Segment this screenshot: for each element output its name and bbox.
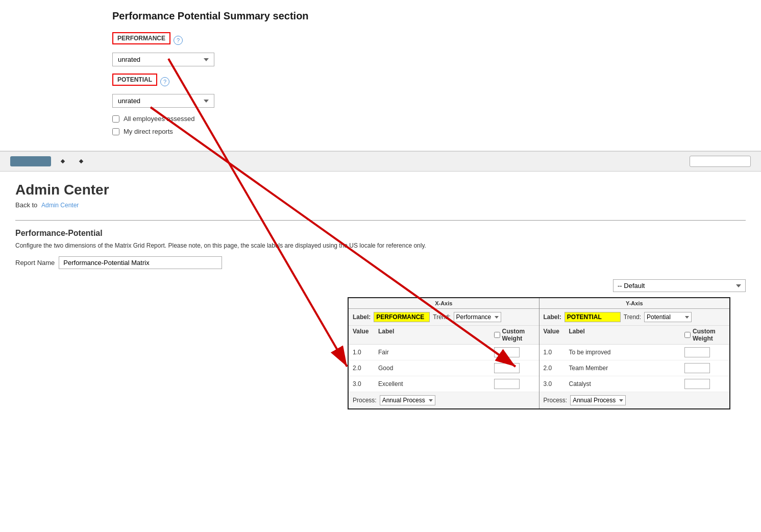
report-name-label: Report Name xyxy=(15,259,55,267)
yaxis-col-label-header: Label xyxy=(569,328,685,342)
all-employees-checkbox[interactable] xyxy=(112,115,119,123)
yaxis-wt-1 xyxy=(684,363,725,373)
xaxis-col-weight-header: Custom Weight xyxy=(494,328,535,342)
xaxis-col-headers: Value Label Custom Weight xyxy=(349,326,539,345)
matrix-container: X-Axis Label: Trend: Performance Potenti… xyxy=(348,297,730,409)
divider xyxy=(15,220,746,221)
back-link-row: Back to Admin Center xyxy=(15,201,746,215)
perf-potential-title: Performance-Potential xyxy=(15,229,746,238)
top-section-title: Performance Potential Summary section xyxy=(112,10,746,22)
top-section: Performance Potential Summary section PE… xyxy=(0,0,761,151)
xaxis-weight-input-2[interactable] xyxy=(494,379,520,389)
xaxis-val-1: 2.0 xyxy=(353,365,378,372)
performance-dropdown[interactable]: unrated 123 xyxy=(112,53,214,66)
direct-reports-label: My direct reports xyxy=(124,128,173,135)
xaxis-row-2: 3.0 Excellent xyxy=(349,376,539,392)
report-name-input[interactable] xyxy=(59,256,222,269)
xaxis-val-0: 1.0 xyxy=(353,349,378,356)
yaxis-col-headers: Value Label Custom Weight xyxy=(539,326,730,345)
yaxis-trend-select[interactable]: Performance Potential xyxy=(644,312,692,322)
xaxis-wt-2 xyxy=(494,379,535,389)
yaxis-weight-input-2[interactable] xyxy=(684,379,710,389)
yaxis-header: Y-Axis xyxy=(539,298,730,309)
yaxis-process-label: Process: xyxy=(544,397,568,404)
page-wrapper: Performance Potential Summary section PE… xyxy=(0,0,761,420)
yaxis-wt-0 xyxy=(684,347,725,357)
xaxis-weight-input-0[interactable] xyxy=(494,347,520,357)
xaxis-lbl-2: Excellent xyxy=(378,380,494,388)
xaxis-lbl-1: Good xyxy=(378,365,494,372)
xaxis-lbl-0: Fair xyxy=(378,349,494,356)
performance-help-icon[interactable]: ? xyxy=(174,36,183,45)
bottom-section: Admin Center Back to Admin Center Perfor… xyxy=(0,172,761,420)
yaxis-row-2: 3.0 Catalyst xyxy=(539,376,730,392)
yaxis-process-row: Process: Annual Process xyxy=(539,392,730,408)
yaxis-col-weight-header: Custom Weight xyxy=(684,328,725,342)
xaxis-weight-input-1[interactable] xyxy=(494,363,520,373)
xaxis-label-text: Label: xyxy=(353,313,371,321)
nav-icon-1 xyxy=(61,159,65,163)
yaxis-val-2: 3.0 xyxy=(544,380,569,388)
yaxis-weight-input-0[interactable] xyxy=(684,347,710,357)
xaxis-col-label-header: Label xyxy=(378,328,494,342)
potential-help-icon[interactable]: ? xyxy=(160,77,169,86)
yaxis-trend-text: Trend: xyxy=(624,313,641,321)
xaxis-val-2: 3.0 xyxy=(353,380,378,388)
browser-bar xyxy=(0,151,761,172)
search-bar[interactable] xyxy=(690,156,751,167)
xaxis-label-row: Label: Trend: Performance Potential xyxy=(349,309,539,326)
yaxis-lbl-2: Catalyst xyxy=(569,380,685,388)
default-dropdown[interactable]: -- Default xyxy=(613,279,746,292)
all-employees-row: All employees assessed xyxy=(112,115,746,123)
logo-placeholder xyxy=(10,156,51,166)
yaxis-weight-input-1[interactable] xyxy=(684,363,710,373)
xaxis-row-0: 1.0 Fair xyxy=(349,345,539,360)
all-employees-label: All employees assessed xyxy=(124,115,194,123)
xaxis-trend-select[interactable]: Performance Potential xyxy=(454,312,501,322)
xaxis-wt-1 xyxy=(494,363,535,373)
xaxis-process-select[interactable]: Annual Process xyxy=(380,395,435,405)
xaxis-label-input[interactable] xyxy=(374,312,430,322)
default-select-row: -- Default xyxy=(15,279,746,292)
yaxis-val-1: 2.0 xyxy=(544,365,569,372)
yaxis-wt-2 xyxy=(684,379,725,389)
yaxis-custom-weight-checkbox[interactable] xyxy=(684,332,691,338)
yaxis-row-1: 2.0 Team Member xyxy=(539,360,730,376)
xaxis-wt-0 xyxy=(494,347,535,357)
yaxis-panel: Y-Axis Label: Trend: Performance Potenti… xyxy=(539,298,730,408)
direct-reports-checkbox[interactable] xyxy=(112,128,119,135)
config-description: Configure the two dimensions of the Matr… xyxy=(15,242,746,249)
yaxis-val-0: 1.0 xyxy=(544,349,569,356)
admin-center-title: Admin Center xyxy=(15,182,746,198)
yaxis-col-value-header: Value xyxy=(544,328,569,342)
yaxis-lbl-0: To be improved xyxy=(569,349,685,356)
report-name-row: Report Name xyxy=(15,256,746,269)
yaxis-row-0: 1.0 To be improved xyxy=(539,345,730,360)
xaxis-col-value-header: Value xyxy=(353,328,378,342)
direct-reports-row: My direct reports xyxy=(112,128,746,135)
xaxis-custom-weight-checkbox[interactable] xyxy=(494,332,500,338)
potential-field-label: POTENTIAL xyxy=(112,74,157,86)
yaxis-label-text: Label: xyxy=(544,313,561,321)
yaxis-lbl-1: Team Member xyxy=(569,365,685,372)
yaxis-process-select[interactable]: Annual Process xyxy=(570,395,626,405)
performance-field-label: PERFORMANCE xyxy=(112,32,170,44)
yaxis-label-input[interactable] xyxy=(564,312,621,322)
xaxis-row-1: 2.0 Good xyxy=(349,360,539,376)
xaxis-process-row: Process: Annual Process xyxy=(349,392,539,408)
nav-icon-2 xyxy=(79,159,83,163)
admin-center-link[interactable]: Admin Center xyxy=(41,202,79,209)
xaxis-header: X-Axis xyxy=(349,298,539,309)
xaxis-panel: X-Axis Label: Trend: Performance Potenti… xyxy=(349,298,539,408)
potential-dropdown[interactable]: unrated 123 xyxy=(112,94,214,108)
xaxis-trend-text: Trend: xyxy=(433,313,450,321)
yaxis-label-row: Label: Trend: Performance Potential xyxy=(539,309,730,326)
xaxis-process-label: Process: xyxy=(353,397,377,404)
